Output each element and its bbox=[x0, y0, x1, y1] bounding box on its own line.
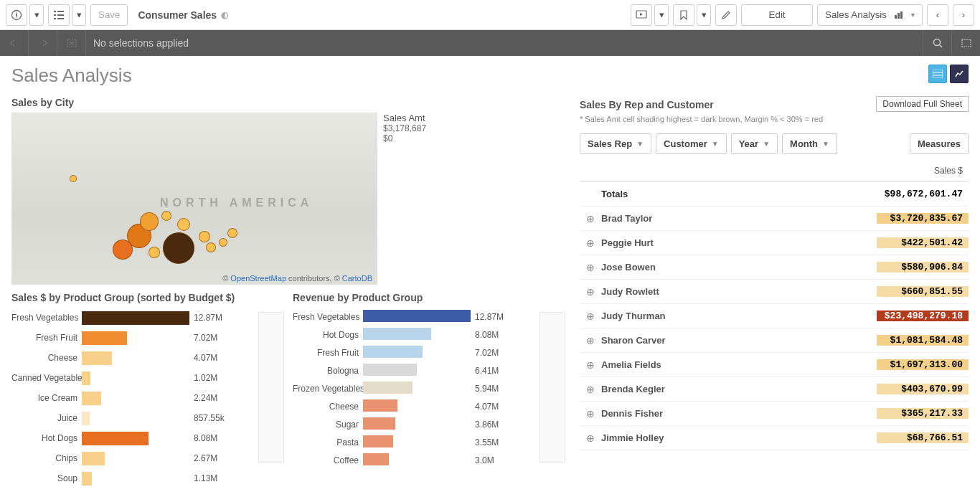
edit-button[interactable]: Edit bbox=[741, 4, 813, 26]
expand-icon[interactable]: ⊕ bbox=[580, 432, 601, 444]
bar-row[interactable]: Coffee3.0M bbox=[293, 451, 565, 469]
legend-min: $0 bbox=[383, 133, 426, 143]
download-full-sheet-button[interactable]: Download Full Sheet bbox=[876, 96, 969, 112]
pivot-row[interactable]: ⊕Dennis Fisher$365,217.33 bbox=[580, 402, 969, 426]
revenue-by-product-chart[interactable]: Revenue by Product Group Fresh Vegetable… bbox=[293, 292, 565, 488]
svg-rect-1 bbox=[54, 11, 56, 12]
pivot-row[interactable]: ⊕Judy Rowlett$660,851.55 bbox=[580, 280, 969, 304]
expand-icon[interactable]: ⊕ bbox=[580, 311, 601, 322]
pivot-row[interactable]: ⊕Brenda Kegler$403,670.99 bbox=[580, 377, 969, 402]
sales-by-product-chart[interactable]: Sales $ by Product Group (sorted by Budg… bbox=[11, 292, 284, 488]
step-back-icon[interactable] bbox=[0, 30, 29, 56]
bar-row[interactable]: Chips2.67M bbox=[11, 448, 284, 468]
chart-view-button[interactable] bbox=[950, 65, 969, 83]
rep-amount: $68,766.51 bbox=[877, 432, 969, 443]
expand-icon[interactable]: ⊕ bbox=[580, 335, 601, 346]
rep-name: Dennis Fisher bbox=[601, 408, 877, 419]
totals-label: Totals bbox=[601, 189, 877, 199]
pivot-column-headers: Sales $ bbox=[580, 166, 969, 176]
table-view-button[interactable] bbox=[928, 65, 947, 83]
bar-value: 7.02M bbox=[471, 348, 499, 358]
prev-sheet-button[interactable]: ‹ bbox=[927, 4, 948, 26]
bar-row[interactable]: Juice857.55k bbox=[11, 408, 284, 428]
top-toolbar: ▾ ▾ Save Consumer Sales ◐ ▾ ▾ Edit Sales… bbox=[0, 0, 980, 30]
pivot-row[interactable]: ⊕Jose Bowen$580,906.84 bbox=[580, 255, 969, 280]
bar bbox=[363, 328, 431, 340]
pivot-row[interactable]: ⊕Amelia Fields$1,697,313.00 bbox=[580, 353, 969, 377]
left-column: Sales Analysis Sales by City NORTH AMERI… bbox=[11, 65, 568, 502]
measures-button[interactable]: Measures bbox=[910, 133, 969, 154]
clear-selections-icon[interactable] bbox=[57, 30, 86, 56]
play-icon[interactable] bbox=[631, 4, 652, 26]
svg-rect-14 bbox=[933, 70, 943, 78]
expand-icon[interactable]: ⊕ bbox=[580, 408, 601, 420]
play-dropdown[interactable]: ▾ bbox=[654, 4, 669, 26]
chart-b-minimap[interactable] bbox=[540, 312, 565, 463]
bar-row[interactable]: Ice Cream2.24M bbox=[11, 388, 284, 408]
filter-year[interactable]: Year ▼ bbox=[731, 133, 778, 154]
chart-a-minimap[interactable] bbox=[258, 312, 284, 463]
app-title: Consumer Sales ◐ bbox=[138, 9, 228, 21]
bar-row[interactable]: Cheese4.07M bbox=[11, 348, 284, 368]
bar bbox=[82, 452, 105, 465]
pivot-row[interactable]: ⊕Judy Thurman$23,498,279.18 bbox=[580, 304, 969, 328]
bookmark-icon[interactable] bbox=[673, 4, 694, 26]
map-chart[interactable]: NORTH AMERICA © OpenStreetMap c bbox=[11, 113, 377, 285]
pivot-row[interactable]: ⊕Jimmie Holley$68,766.51 bbox=[580, 426, 969, 450]
list-dropdown[interactable]: ▾ bbox=[72, 4, 86, 26]
bar-label: Bologna bbox=[293, 366, 363, 376]
bar bbox=[363, 310, 471, 322]
bar-row[interactable]: Bologna6.41M bbox=[293, 361, 565, 379]
filter-sales-rep[interactable]: Sales Rep ▼ bbox=[580, 133, 651, 154]
chevron-down-icon: ▼ bbox=[763, 140, 770, 148]
pencil-icon[interactable] bbox=[715, 4, 737, 26]
bar-row[interactable]: Canned Vegetables1.02M bbox=[11, 368, 284, 388]
bar-label: Hot Dogs bbox=[11, 433, 82, 443]
bar-row[interactable]: Fresh Vegetables12.87M bbox=[293, 308, 565, 326]
svg-rect-4 bbox=[57, 14, 64, 16]
pivot-row[interactable]: ⊕Brad Taylor$3,720,835.67 bbox=[580, 207, 969, 231]
expand-icon[interactable]: ⊕ bbox=[580, 286, 601, 298]
bar-value: 3.0M bbox=[471, 455, 494, 465]
filter-month[interactable]: Month ▼ bbox=[782, 133, 837, 154]
bar-row[interactable]: Pasta3.55M bbox=[293, 433, 565, 451]
compass-dropdown[interactable]: ▾ bbox=[29, 4, 44, 26]
bar-row[interactable]: Fresh Vegetables12.87M bbox=[11, 308, 284, 328]
pivot-row[interactable]: ⊕Peggie Hurt$422,501.42 bbox=[580, 231, 969, 255]
pivot-row[interactable]: ⊕Sharon Carver$1,081,584.48 bbox=[580, 328, 969, 353]
bar bbox=[363, 417, 395, 430]
bar bbox=[363, 399, 397, 412]
content-area: Sales Analysis Sales by City NORTH AMERI… bbox=[0, 56, 980, 502]
bar-row[interactable]: Hot Dogs8.08M bbox=[11, 428, 284, 448]
bar-row[interactable]: Fresh Fruit7.02M bbox=[11, 328, 284, 348]
compass-icon[interactable] bbox=[6, 4, 27, 26]
bar-row[interactable]: Soup1.13M bbox=[11, 468, 284, 488]
bar-label: Cheese bbox=[11, 353, 82, 363]
expand-icon[interactable]: ⊕ bbox=[580, 262, 601, 273]
step-forward-icon[interactable] bbox=[29, 30, 57, 56]
bar-value: 7.02M bbox=[189, 333, 217, 343]
bar-row[interactable]: Fresh Fruit7.02M bbox=[293, 344, 565, 361]
carto-link[interactable]: CartoDB bbox=[342, 274, 372, 283]
expand-icon[interactable]: ⊕ bbox=[580, 237, 601, 249]
save-button[interactable]: Save bbox=[90, 4, 128, 26]
list-icon[interactable] bbox=[48, 4, 70, 26]
sheet-selector[interactable]: Sales Analysis ▾ bbox=[817, 4, 923, 26]
next-sheet-button[interactable]: › bbox=[953, 4, 974, 26]
osm-link[interactable]: OpenStreetMap bbox=[230, 274, 286, 283]
search-icon[interactable] bbox=[923, 30, 951, 56]
selections-tool-icon[interactable] bbox=[951, 30, 980, 56]
bar bbox=[363, 346, 423, 358]
bookmark-dropdown[interactable]: ▾ bbox=[697, 4, 711, 26]
expand-icon[interactable]: ⊕ bbox=[580, 213, 601, 224]
bar-row[interactable]: Sugar3.86M bbox=[293, 415, 565, 433]
svg-rect-6 bbox=[57, 18, 64, 19]
bar-row[interactable]: Hot Dogs8.08M bbox=[293, 326, 565, 344]
bar-row[interactable]: Cheese4.07M bbox=[293, 397, 565, 415]
bar-value: 2.67M bbox=[189, 453, 217, 463]
expand-icon[interactable]: ⊕ bbox=[580, 384, 601, 395]
filter-customer[interactable]: Customer ▼ bbox=[656, 133, 727, 154]
expand-icon[interactable]: ⊕ bbox=[580, 359, 601, 371]
svg-rect-2 bbox=[57, 11, 64, 12]
bar-row[interactable]: Frozen Vegetables5.94M bbox=[293, 379, 565, 397]
